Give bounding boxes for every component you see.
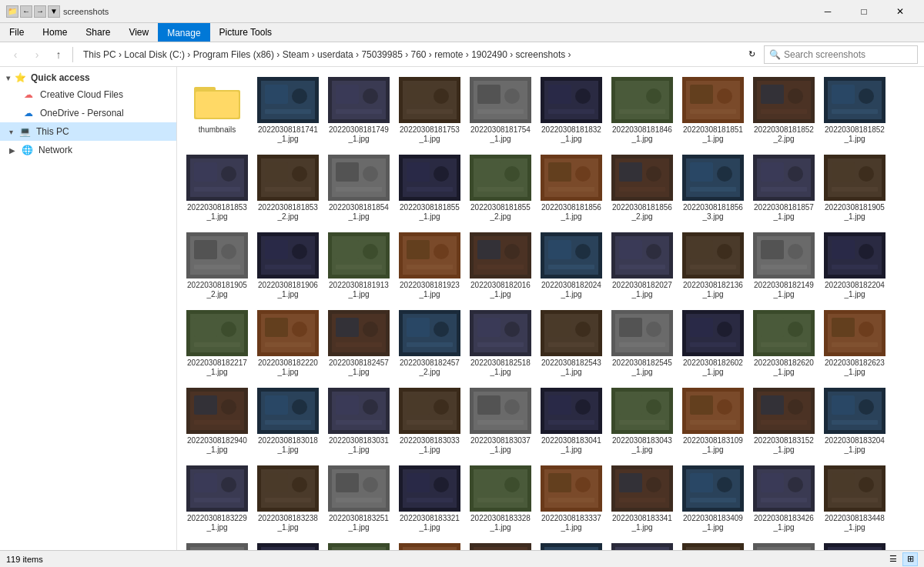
list-item[interactable]: 20220308183337_1.jpg xyxy=(537,462,605,536)
list-item[interactable]: 20220308181905_1.jpg xyxy=(821,151,889,225)
list-item[interactable]: 20220308183152_1.jpg xyxy=(750,384,818,459)
close-button[interactable]: ✕ xyxy=(882,0,918,23)
tab-view[interactable]: View xyxy=(119,23,158,42)
list-item[interactable]: 20220308182136_1.jpg xyxy=(679,228,747,303)
list-item[interactable]: 20220308183341_1.jpg xyxy=(608,462,676,536)
list-item[interactable]: 20220308183033_1.jpg xyxy=(396,384,464,459)
list-item[interactable]: 20220308183041_1.jpg xyxy=(537,384,605,459)
list-item[interactable]: 20220308183531_1.jpg xyxy=(679,539,747,550)
list-item[interactable]: 20220308182620_1.jpg xyxy=(750,306,818,381)
list-item[interactable]: 20220308183031_1.jpg xyxy=(325,384,393,459)
list-item[interactable]: 20220308181855_1.jpg xyxy=(396,151,464,225)
svg-rect-265 xyxy=(407,473,430,492)
back-button[interactable]: ‹ xyxy=(6,45,25,64)
file-name-label: 20220308181749_1.jpg xyxy=(329,125,389,144)
list-item[interactable]: 20220308181854_1.jpg xyxy=(325,151,393,225)
tab-share[interactable]: Share xyxy=(76,23,119,42)
sidebar-item-quick-access[interactable]: ▾ ⭐ Quick access xyxy=(0,70,176,85)
maximize-button[interactable]: □ xyxy=(846,0,882,23)
forward-arrow-icon[interactable]: → xyxy=(34,5,46,18)
list-item[interactable]: 20220308183238_1.jpg xyxy=(254,462,322,536)
list-item[interactable]: thumbnails xyxy=(183,73,251,148)
list-item[interactable]: 20220308182623_1.jpg xyxy=(821,306,889,381)
list-item[interactable]: 20220308181923_1.jpg xyxy=(396,228,464,303)
tab-home[interactable]: Home xyxy=(33,23,76,42)
list-item[interactable]: 20220308183229_1.jpg xyxy=(183,462,251,536)
sidebar-item-creative-cloud[interactable]: ☁ Creative Cloud Files xyxy=(0,85,176,104)
list-item[interactable]: 20220308181856_2.jpg xyxy=(608,151,676,225)
list-item[interactable]: 20220308181857_1.jpg xyxy=(750,151,818,225)
list-item[interactable]: 20220308183528_1.jpg xyxy=(537,539,605,550)
minimize-button[interactable]: ─ xyxy=(810,0,845,23)
svg-rect-25 xyxy=(548,85,571,104)
list-item[interactable]: 20220308181754_1.jpg xyxy=(467,73,534,148)
list-item[interactable]: 20220308181855_2.jpg xyxy=(467,151,534,225)
list-item[interactable]: 20220308181856_3.jpg xyxy=(679,151,747,225)
tab-manage[interactable]: Manage xyxy=(158,23,209,42)
list-item[interactable]: 20220308181749_1.jpg xyxy=(325,73,393,148)
list-item[interactable]: 20220308183037_1.jpg xyxy=(467,384,534,459)
list-item[interactable]: 20220308183519_1.jpg xyxy=(467,539,534,550)
list-item[interactable]: 20220308182518_1.jpg xyxy=(467,306,534,381)
list-item[interactable]: 20220308181853_2.jpg xyxy=(254,151,322,225)
list-item[interactable]: 20220308181741_1.jpg xyxy=(254,73,322,148)
list-item[interactable]: 20220308181906_1.jpg xyxy=(254,228,322,303)
list-item[interactable]: 20220308182940_1.jpg xyxy=(183,384,251,459)
list-item[interactable]: 20220308183043_1.jpg xyxy=(608,384,676,459)
list-item[interactable]: 20220308182149_1.jpg xyxy=(750,228,818,303)
list-item[interactable]: 20220308183204_1.jpg xyxy=(821,384,889,459)
sidebar-item-this-pc[interactable]: ▾ 💻 This PC xyxy=(0,122,176,141)
list-item[interactable]: 20220308182543_1.jpg xyxy=(537,306,605,381)
quick-access-icon[interactable]: 📁 xyxy=(6,5,18,18)
list-item[interactable]: 20220308183426_1.jpg xyxy=(750,462,818,536)
list-item[interactable]: 20220308182027_1.jpg xyxy=(608,228,676,303)
list-item[interactable]: 20220308181753_1.jpg xyxy=(396,73,464,148)
list-item[interactable]: 20220308182602_1.jpg xyxy=(679,306,747,381)
list-item[interactable]: 20220308182204_1.jpg xyxy=(821,228,889,303)
back-arrow-icon[interactable]: ← xyxy=(20,5,32,18)
list-item[interactable]: 20220308182545_1.jpg xyxy=(608,306,676,381)
list-item[interactable]: 20220308183452_1.jpg xyxy=(254,539,322,550)
list-item[interactable]: 20220308182220_1.jpg xyxy=(254,306,322,381)
breadcrumb[interactable]: This PC › Local Disk (C:) › Program File… xyxy=(78,45,739,64)
list-item[interactable]: 20220308183511_1.jpg xyxy=(396,539,464,550)
list-view-button[interactable]: ☰ xyxy=(886,552,901,566)
list-item[interactable]: 20220308181905_2.jpg xyxy=(183,228,251,303)
list-item[interactable]: 20220308181832_1.jpg xyxy=(537,73,605,148)
list-item[interactable]: 20220308182457_2.jpg xyxy=(396,306,464,381)
list-item[interactable]: 20220308183018_1.jpg xyxy=(254,384,322,459)
list-item[interactable]: 20220308181853_1.jpg xyxy=(183,151,251,225)
list-item[interactable]: 20220308181846_1.jpg xyxy=(608,73,676,148)
grid-view-button[interactable]: ⊞ xyxy=(902,552,918,566)
sidebar-item-onedrive[interactable]: ☁ OneDrive - Personal xyxy=(0,104,176,122)
up-button[interactable]: ↑ xyxy=(49,45,68,64)
list-item[interactable]: 20220308183448_1.jpg xyxy=(821,462,889,536)
list-item[interactable]: 20220308183539_1.jpg xyxy=(750,539,818,550)
forward-button[interactable]: › xyxy=(28,45,46,64)
list-item[interactable]: 20220308183530_1.jpg xyxy=(608,539,676,550)
search-input[interactable] xyxy=(784,49,912,60)
list-item[interactable]: 20220308183507_1.jpg xyxy=(325,539,393,550)
list-item[interactable]: 20220308183449_1.jpg xyxy=(183,539,251,550)
list-item[interactable]: 20220308183251_1.jpg xyxy=(325,462,393,536)
list-item[interactable]: 20220308183109_1.jpg xyxy=(679,384,747,459)
list-item[interactable]: 20220308181856_1.jpg xyxy=(537,151,605,225)
down-arrow-icon[interactable]: ▼ xyxy=(48,5,60,18)
list-item[interactable]: 20220308183409_1.jpg xyxy=(679,462,747,536)
list-item[interactable]: 20220308181851_1.jpg xyxy=(679,73,747,148)
list-item[interactable]: 20220308182024_1.jpg xyxy=(537,228,605,303)
list-item[interactable]: 20220308181852_2.jpg xyxy=(750,73,818,148)
list-item[interactable]: 20220308181913_1.jpg xyxy=(325,228,393,303)
list-item[interactable]: 20220308182016_1.jpg xyxy=(467,228,534,303)
tab-picture-tools[interactable]: Picture Tools xyxy=(210,23,281,42)
list-item[interactable]: 20220308182217_1.jpg xyxy=(183,306,251,381)
list-item[interactable]: 20220308181852_1.jpg xyxy=(821,73,889,148)
list-item[interactable]: 20220308183328_1.jpg xyxy=(467,462,534,536)
tab-file[interactable]: File xyxy=(0,23,33,42)
file-name-label: 20220308183251_1.jpg xyxy=(329,514,389,532)
list-item[interactable]: 20220308183553_1.jpg xyxy=(821,539,889,550)
list-item[interactable]: 20220308182457_1.jpg xyxy=(325,306,393,381)
refresh-button[interactable]: ↻ xyxy=(742,45,761,64)
list-item[interactable]: 20220308183321_1.jpg xyxy=(396,462,464,536)
sidebar-item-network[interactable]: ▶ 🌐 Network xyxy=(0,141,176,159)
